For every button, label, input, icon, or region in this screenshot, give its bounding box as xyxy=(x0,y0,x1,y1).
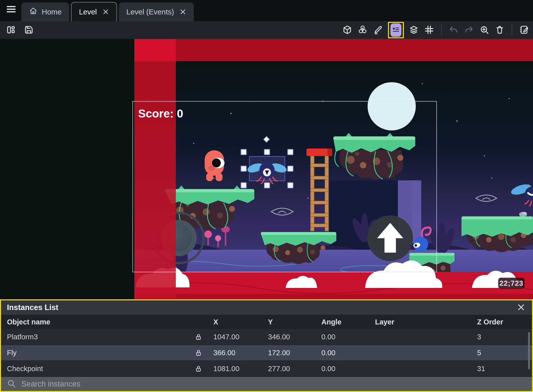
band-dark-edge xyxy=(134,294,533,299)
instance-y: 277.00 xyxy=(263,365,316,373)
divider xyxy=(512,24,512,36)
tab-label: Home xyxy=(42,8,62,16)
undo-button[interactable] xyxy=(448,25,459,36)
instance-x: 1047.00 xyxy=(208,333,263,341)
divider xyxy=(441,24,442,36)
column-header-layer[interactable]: Layer xyxy=(370,318,472,326)
gdevelop-window: Home Level Level (Events) xyxy=(0,0,533,392)
zoom-in-icon xyxy=(479,25,489,36)
close-icon[interactable] xyxy=(180,8,186,15)
layout-panels-button[interactable] xyxy=(5,25,16,36)
panel-title: Instances List xyxy=(7,303,58,312)
column-header-object-name[interactable]: Object name xyxy=(1,318,189,326)
tab-home[interactable]: Home xyxy=(21,2,69,21)
hamburger-icon xyxy=(6,4,16,15)
close-icon[interactable] xyxy=(102,8,109,15)
instance-z: 31 xyxy=(472,365,532,373)
red-strip-top xyxy=(134,39,176,61)
table-row-selected[interactable]: Fly 366.00 172.00 0.00 5 xyxy=(1,345,532,361)
tab-level[interactable]: Level xyxy=(71,2,117,21)
table-row[interactable]: Platform3 1047.00 346.00 0.00 3 xyxy=(1,329,532,345)
instance-name: Fly xyxy=(1,349,189,357)
pencil-icon xyxy=(373,25,383,36)
column-header-z-order[interactable]: Z Order xyxy=(472,318,532,326)
instances-list-panel: Instances List Object name X Y Angle Lay… xyxy=(0,299,533,392)
lock-toggle[interactable] xyxy=(189,365,208,373)
dashboard-icon xyxy=(6,25,16,36)
scene-editor-canvas[interactable]: Score: 0 22;723 xyxy=(0,39,533,299)
column-header-angle[interactable]: Angle xyxy=(316,318,370,326)
unlock-icon xyxy=(194,349,202,357)
search-icon xyxy=(7,379,16,389)
grid-icon xyxy=(424,25,434,36)
moon xyxy=(368,82,416,130)
close-icon xyxy=(517,303,525,312)
instance-angle: 0.00 xyxy=(316,365,370,373)
object-groups-button[interactable] xyxy=(357,25,368,36)
unlock-icon xyxy=(194,365,202,373)
red-strip-overlay xyxy=(134,61,176,299)
jump-button xyxy=(367,215,413,261)
save-button[interactable] xyxy=(23,25,34,36)
instance-y: 172.00 xyxy=(263,349,316,357)
instance-x: 366.00 xyxy=(208,349,263,357)
instance-x: 1081.00 xyxy=(208,365,263,373)
trash-icon xyxy=(495,25,505,36)
redo-button[interactable] xyxy=(463,25,474,36)
layers-icon xyxy=(409,25,419,36)
instance-z: 5 xyxy=(472,349,532,357)
edit-scene-button[interactable] xyxy=(519,25,530,36)
panel-close-button[interactable] xyxy=(516,302,527,313)
toolbar-left xyxy=(5,21,34,39)
toolbar: Preview Publish xyxy=(0,21,533,39)
panel-header: Instances List xyxy=(1,300,532,315)
cursor-position-badge: 22;723 xyxy=(498,278,525,289)
tab-bar: Home Level Level (Events) xyxy=(0,0,533,21)
panel-scrollbar[interactable] xyxy=(528,332,530,369)
instance-name: Checkpoint xyxy=(1,365,189,373)
instance-angle: 0.00 xyxy=(316,349,370,357)
instances-list-button[interactable] xyxy=(390,23,401,37)
main-menu-button[interactable] xyxy=(3,2,19,17)
save-icon xyxy=(24,25,34,36)
scene-svg: Score: 0 xyxy=(0,39,533,299)
top-red-band xyxy=(176,39,533,61)
layers-button[interactable] xyxy=(408,25,419,36)
column-header-y[interactable]: Y xyxy=(263,318,316,326)
instances-list-highlight xyxy=(388,22,404,38)
instance-name: Platform3 xyxy=(1,333,189,341)
tab-label: Level xyxy=(79,8,97,16)
instances-list-icon xyxy=(392,26,400,35)
grid-button[interactable] xyxy=(424,25,435,36)
objects-panel-button[interactable] xyxy=(342,25,353,36)
redo-icon xyxy=(464,25,474,36)
tab-label: Level (Events) xyxy=(126,8,174,16)
instance-y: 346.00 xyxy=(263,333,316,341)
table-row[interactable]: Checkpoint 1081.00 277.00 0.00 31 xyxy=(1,361,532,377)
instance-z: 3 xyxy=(472,333,532,341)
undo-icon xyxy=(449,25,458,36)
edit-properties-button[interactable] xyxy=(373,25,383,36)
zoom-button[interactable] xyxy=(479,25,490,36)
cubes-icon xyxy=(358,25,368,36)
notebook-edit-icon xyxy=(519,25,529,36)
home-icon xyxy=(29,6,38,17)
instance-angle: 0.00 xyxy=(316,333,370,341)
unlock-icon xyxy=(194,333,202,341)
column-header-x[interactable]: X xyxy=(208,318,263,326)
lock-toggle[interactable] xyxy=(189,333,208,341)
lock-toggle[interactable] xyxy=(189,349,208,357)
score-text: Score: 0 xyxy=(138,107,183,120)
search-input[interactable] xyxy=(21,379,526,389)
toolbar-right xyxy=(342,21,530,39)
cube-icon xyxy=(342,25,352,36)
tab-level-events[interactable]: Level (Events) xyxy=(119,2,194,21)
search-bar xyxy=(1,377,532,391)
table-header-row: Object name X Y Angle Layer Z Order xyxy=(1,315,532,329)
delete-button[interactable] xyxy=(494,25,505,36)
